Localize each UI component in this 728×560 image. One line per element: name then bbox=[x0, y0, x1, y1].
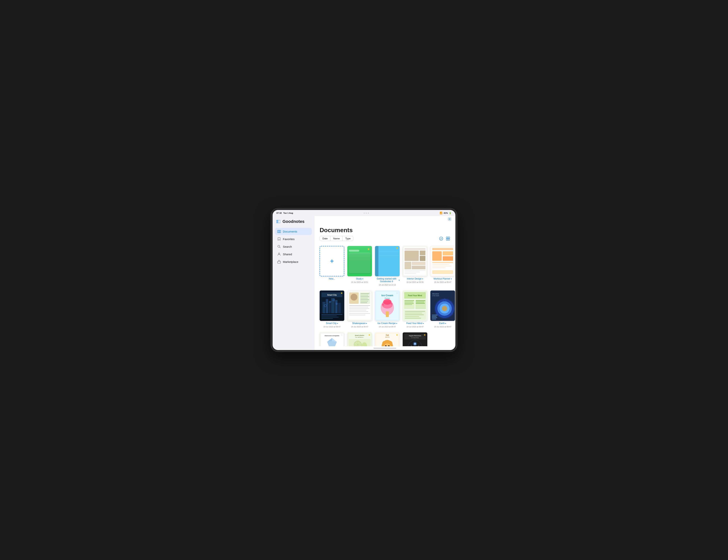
new-document-item[interactable]: + New... bbox=[320, 246, 344, 286]
svg-text:★: ★ bbox=[396, 247, 399, 250]
sidebar-toggle-button[interactable] bbox=[276, 220, 281, 224]
svg-text:★: ★ bbox=[368, 333, 371, 336]
svg-point-7 bbox=[278, 253, 280, 254]
ice-cream-thumbnail: Ice Cream Recipe ☆ bbox=[375, 290, 400, 321]
workout-planner-item[interactable]: Workout Planner ▾ 19 Jul 2023 at 09:47 bbox=[430, 246, 455, 286]
sidebar: Goodnotes Documents bbox=[273, 216, 314, 350]
svg-rect-132 bbox=[432, 317, 437, 318]
cat-fun-facts-item[interactable]: Cat FACTS bbox=[375, 332, 400, 346]
smart-city-item[interactable]: Smart City ★ Smart City ▾ 19 Jul 2023 at… bbox=[320, 290, 344, 328]
documents-label: Documents bbox=[283, 230, 297, 233]
study-folder-item[interactable]: ★ Study ▾ 19 Jul 2023 at 18:51 bbox=[347, 246, 372, 286]
svg-text:★: ★ bbox=[367, 248, 370, 251]
feed-your-mind-thumbnail: Feed Your Mind bbox=[403, 290, 427, 321]
favorites-icon bbox=[277, 237, 281, 241]
shared-icon bbox=[277, 252, 281, 256]
workout-chevron: ▾ bbox=[451, 278, 452, 280]
shakespeare-name: Shakespeare ▾ bbox=[352, 322, 367, 324]
diamond-graphite-thumbnail: Diamond & Graphite bbox=[320, 332, 344, 346]
dandelion-seeds-item[interactable]: Smart plants: The dandelion... bbox=[347, 332, 372, 346]
search-icon bbox=[277, 245, 281, 249]
svg-rect-30 bbox=[420, 251, 425, 255]
svg-point-100 bbox=[391, 303, 392, 304]
interior-chevron: ▾ bbox=[422, 278, 423, 280]
workout-name: Workout Planner ▾ bbox=[433, 278, 452, 280]
angular-momentum-item[interactable]: Angular Momentum of a Rigid Body ★ bbox=[403, 332, 427, 346]
svg-text:Ice Cream: Ice Cream bbox=[381, 294, 393, 297]
svg-rect-131 bbox=[432, 316, 437, 317]
sort-buttons: Date Name Type bbox=[320, 236, 353, 241]
angular-momentum-thumbnail: Angular Momentum of a Rigid Body ★ bbox=[403, 332, 427, 346]
svg-rect-192 bbox=[404, 334, 426, 339]
svg-rect-84 bbox=[361, 298, 368, 298]
svg-rect-22 bbox=[378, 246, 400, 276]
svg-rect-17 bbox=[349, 253, 370, 274]
svg-text:☆: ☆ bbox=[396, 291, 398, 294]
study-date: 19 Jul 2023 at 18:51 bbox=[351, 281, 368, 283]
interior-design-name: Interior Design ▾ bbox=[407, 278, 423, 280]
earth-item[interactable]: Structure of the Earth bbox=[430, 290, 455, 328]
sidebar-item-documents[interactable]: Documents bbox=[275, 228, 312, 235]
sidebar-item-shared[interactable]: Shared bbox=[275, 251, 312, 258]
svg-rect-45 bbox=[432, 264, 449, 265]
home-pill bbox=[373, 348, 396, 349]
date-display: Tue 1 Aug bbox=[283, 212, 293, 214]
settings-button[interactable] bbox=[447, 217, 452, 222]
page-title: Documents bbox=[320, 227, 450, 234]
app-container: Goodnotes Documents bbox=[273, 216, 455, 350]
svg-rect-46 bbox=[432, 266, 451, 267]
documents-icon bbox=[277, 230, 281, 233]
feed-your-mind-item[interactable]: Feed Your Mind bbox=[403, 290, 427, 328]
feed-your-mind-name: Feed Your Mind ▾ bbox=[406, 322, 424, 324]
feed-your-mind-date: 19 Jul 2023 at 09:47 bbox=[406, 326, 424, 328]
svg-rect-3 bbox=[278, 230, 279, 233]
workout-thumbnail bbox=[430, 246, 455, 276]
svg-rect-83 bbox=[361, 296, 369, 297]
svg-rect-33 bbox=[412, 262, 425, 265]
svg-rect-75 bbox=[349, 305, 370, 306]
svg-rect-42 bbox=[443, 251, 453, 256]
getting-started-thumbnail: ★ bbox=[375, 246, 400, 276]
shakespeare-item[interactable]: ☆ Shakespeare ▾ 19 Jul 2023 at 09:47 bbox=[347, 290, 372, 328]
status-bar-center: • • • bbox=[364, 212, 369, 214]
shakespeare-date: 19 Jul 2023 at 09:47 bbox=[351, 326, 368, 328]
ice-cream-item[interactable]: Ice Cream Recipe ☆ Ice Cream Recipe bbox=[375, 290, 400, 328]
getting-started-date: 19 Jul 2023 at 13:13 bbox=[379, 284, 396, 286]
svg-text:★: ★ bbox=[340, 291, 343, 294]
shakespeare-chevron: ▾ bbox=[366, 322, 367, 324]
wifi-icon: 📶 bbox=[440, 212, 442, 214]
svg-rect-21 bbox=[375, 246, 378, 276]
svg-point-74 bbox=[351, 294, 357, 300]
svg-text:Recipe: Recipe bbox=[385, 297, 390, 299]
svg-rect-34 bbox=[412, 266, 425, 269]
svg-rect-120 bbox=[405, 318, 421, 318]
study-name: Study ▾ bbox=[356, 278, 363, 280]
marketplace-icon bbox=[277, 260, 281, 264]
svg-rect-11 bbox=[446, 237, 448, 239]
select-button[interactable] bbox=[439, 237, 443, 241]
svg-rect-41 bbox=[432, 251, 442, 261]
svg-text:Smart City: Smart City bbox=[327, 294, 337, 296]
svg-rect-55 bbox=[338, 303, 341, 313]
search-label: Search bbox=[283, 245, 292, 248]
sidebar-item-search[interactable]: Search bbox=[275, 243, 312, 250]
earth-thumbnail: Structure of the Earth bbox=[430, 290, 455, 321]
svg-rect-116 bbox=[405, 311, 425, 312]
view-toggle-button[interactable] bbox=[446, 237, 450, 241]
getting-started-item[interactable]: ★ Getting started with Goodnotes 6 ▾ 19 … bbox=[375, 246, 400, 286]
earth-chevron: ▾ bbox=[445, 322, 446, 324]
sidebar-item-favorites[interactable]: Favorites bbox=[275, 236, 312, 243]
sort-date-button[interactable]: Date bbox=[320, 236, 330, 241]
svg-text:Smart plants:: Smart plants: bbox=[355, 334, 364, 336]
sort-name-button[interactable]: Name bbox=[330, 236, 343, 241]
svg-rect-87 bbox=[361, 302, 367, 303]
sort-type-button[interactable]: Type bbox=[343, 236, 353, 241]
sidebar-item-marketplace[interactable]: Marketplace bbox=[275, 258, 312, 265]
earth-name: Earth ▾ bbox=[439, 322, 446, 324]
svg-rect-81 bbox=[361, 293, 369, 294]
new-document-label: New... bbox=[329, 278, 335, 280]
new-document-thumbnail: + bbox=[320, 246, 344, 276]
interior-design-item[interactable]: Interior Design ▾ 19 Jul 2023 at 09:55 bbox=[403, 246, 427, 286]
status-bar-left: 07:32 Tue 1 Aug bbox=[276, 212, 293, 214]
diamond-graphite-item[interactable]: Diamond & Graphite bbox=[320, 332, 344, 346]
